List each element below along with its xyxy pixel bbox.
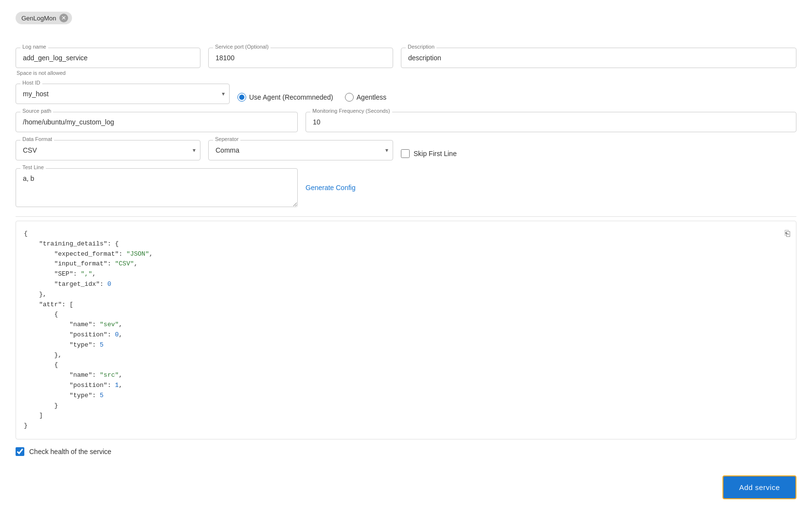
json-line: }, [24,290,788,300]
use-agent-label: Use Agent (Recommneded) [249,93,333,101]
json-line: { [24,229,788,239]
monitoring-freq-label: Monitoring Frequency (Seconds) [310,108,392,114]
form-row-5: Test Line a, b Generate Config [16,168,796,209]
host-id-select[interactable]: my_host host2 [16,84,230,104]
json-line: "attr": [ [24,300,788,310]
service-port-group: Service port (Optional) [208,48,393,68]
host-id-group: Host ID my_host host2 ▾ [16,84,230,104]
form-row-1: Log name Space is not allowed Service po… [16,48,796,76]
json-line: } [24,421,788,431]
log-name-group: Log name Space is not allowed [16,48,200,76]
json-line: "target_idx": 0 [24,280,788,290]
json-line: }, [24,350,788,361]
form-row-3: Source path Monitoring Frequency (Second… [16,112,796,132]
use-agent-radio[interactable] [237,93,246,102]
main-container: GenLogMon ✕ Log name Space is not allowe… [0,0,812,525]
check-health-row: Check health of the service [16,447,796,456]
json-line: { [24,360,788,370]
skip-first-line-group: Skip First Line [401,142,457,158]
skip-first-line-checkbox[interactable] [401,149,410,158]
json-line: "name": "src", [24,370,788,381]
skip-first-line-label: Skip First Line [414,150,457,158]
chip-label: GenLogMon [21,15,56,22]
description-group: Description [401,48,796,68]
agentless-label: Agentless [357,93,386,101]
json-output-container: ⎗ { "training_details": { "expected_form… [16,221,796,439]
source-path-input[interactable] [16,112,298,132]
service-port-input[interactable] [208,48,393,68]
separator-select-wrapper: Comma Semicolon Tab Pipe ▾ [208,140,393,160]
check-health-checkbox[interactable] [16,447,24,456]
log-name-input[interactable] [16,48,200,68]
json-line: "expected_format": "JSON", [24,249,788,260]
check-health-label: Check health of the service [29,448,111,455]
separator-label: Seperator [213,136,240,142]
monitoring-freq-group: Monitoring Frequency (Seconds) [306,112,796,132]
json-line: "type": 5 [24,340,788,350]
separator-select[interactable]: Comma Semicolon Tab Pipe [208,140,393,160]
bottom-bar: Add service [16,468,796,503]
description-label: Description [406,44,436,50]
json-line: "input_format": "CSV", [24,259,788,269]
host-id-label: Host ID [20,80,42,86]
json-line: ] [24,411,788,421]
json-line: "position": 0, [24,330,788,340]
test-line-group: Test Line a, b [16,168,298,209]
generate-config-wrapper: Generate Config [306,168,356,195]
data-format-label: Data Format [20,136,54,142]
json-line: "SEP": ",", [24,269,788,280]
copy-icon[interactable]: ⎗ [785,227,790,241]
json-content: { "training_details": { "expected_format… [24,229,788,431]
agentless-option[interactable]: Agentless [345,93,386,102]
json-line: "type": 5 [24,391,788,401]
description-input[interactable] [401,48,796,68]
chip-close-button[interactable]: ✕ [59,14,68,22]
source-path-label: Source path [20,108,53,114]
separator-group: Seperator Comma Semicolon Tab Pipe ▾ [208,140,393,160]
agent-radio-group: Use Agent (Recommneded) Agentless [237,86,386,102]
log-name-label: Log name [20,44,48,50]
data-format-group: Data Format CSV JSON Plain Text ▾ [16,140,200,160]
json-line: "training_details": { [24,239,788,249]
monitoring-freq-input[interactable] [306,112,796,132]
json-line: { [24,310,788,320]
test-line-input[interactable]: a, b [16,168,298,207]
test-line-label: Test Line [20,164,46,170]
add-service-button[interactable]: Add service [722,475,796,499]
data-format-select-wrapper: CSV JSON Plain Text ▾ [16,140,200,160]
json-line: "name": "sev", [24,320,788,330]
host-id-select-wrapper: my_host host2 ▾ [16,84,230,104]
agentless-radio[interactable] [345,93,354,102]
json-line: } [24,401,788,411]
genlogmon-chip: GenLogMon ✕ [16,12,72,24]
form-row-4: Data Format CSV JSON Plain Text ▾ Sepera… [16,140,796,160]
service-port-label: Service port (Optional) [213,44,271,50]
use-agent-option[interactable]: Use Agent (Recommneded) [237,93,333,102]
source-path-group: Source path [16,112,298,132]
data-format-select[interactable]: CSV JSON Plain Text [16,140,200,160]
log-name-helper: Space is not allowed [17,70,200,76]
generate-config-button[interactable]: Generate Config [306,180,356,195]
json-line: "position": 1, [24,381,788,391]
form-row-2: Host ID my_host host2 ▾ Use Agent (Recom… [16,84,796,104]
divider [16,216,796,217]
